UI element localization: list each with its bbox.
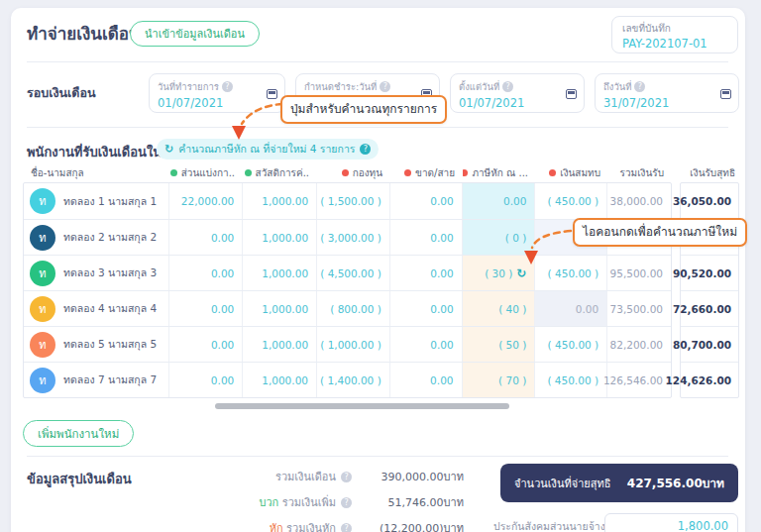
header-share: ส่วนแบ่งกา.. [168,165,243,180]
horizontal-scrollbar[interactable] [215,403,509,409]
payroll-page: ทำจ่ายเงินเดือน นำเข้าข้อมูลเงินเดือน เล… [0,0,761,532]
red-dot-icon [463,169,468,176]
cell-welfare: 1,000.00 [243,327,317,362]
cell-total-receive: 82,200.00 [607,327,671,362]
due-date-label: กำหนดชำระ:วันที่ [304,79,377,94]
cell-welfare: 1,000.00 [243,220,317,255]
add-employee-button[interactable]: เพิ่มพนักงานใหม่ [23,420,134,447]
green-dot-icon [245,169,252,176]
help-icon[interactable]: ? [341,472,352,482]
to-date-value[interactable]: 31/07/2021 [603,96,730,110]
header-fund: กองทุน [317,165,390,180]
refresh-icon: ↻ [164,143,173,156]
cell-welfare: 1,000.00 [243,363,317,397]
cell-name: ททดลอง 4 นามสกุล 4 [24,291,169,326]
recalculate-tax-icon[interactable]: ↻ [516,266,526,280]
cell-name: ททดลอง 2 นามสกุล 2 [24,220,169,255]
recalculate-tax-badge[interactable]: ↻ คำนวณภาษีหัก ณ ที่จ่ายใหม่ 4 รายการ ? [157,139,379,160]
to-date-field[interactable]: ถึงวันที่? 31/07/2021 [595,73,739,113]
cell-share: 0.00 [169,220,244,255]
cell-withholding-tax[interactable]: 0.00 [463,183,536,219]
employer-sso-input[interactable] [604,513,738,532]
summary-value: (12,200.00)บาท [357,519,464,532]
to-date-label: ถึงวันที่ [603,79,631,94]
import-payroll-button[interactable]: นำเข้าข้อมูลเงินเดือน [130,21,260,47]
cell-name: ททดลอง 3 นามสกุล 3 [24,256,169,290]
cell-contribution: ( 450.00 ) [535,256,607,290]
summary-label: หัก รวมเงินหัก [165,519,336,532]
net-payment-box: จำนวนเงินที่จ่ายสุทธิ 427,556.00บาท [500,464,738,502]
cell-withholding-tax[interactable]: ( 40 ) [463,291,536,326]
help-icon[interactable]: ? [502,81,513,92]
summary-row-additions: บวก รวมเงินเพิ่ม ? 51,746.00บาท [165,491,464,513]
table-body: ททดลอง 1 นามสกุล 1 22,000.00 1,000.00 ( … [23,182,672,398]
divider [27,456,728,457]
transaction-date-value[interactable]: 01/07/2021 [158,96,276,110]
cell-name: ททดลอง 5 นามสกุล 5 [24,327,169,362]
cell-fund: ( 4,500.00 ) [317,256,390,290]
cell-share: 0.00 [169,256,244,290]
annotation-calc-icon-callout: ไอคอนกดเพื่อคำนวณภาษีใหม่ [573,218,747,247]
table-row[interactable]: ททดลอง 7 นามสกุล 7 0.00 1,000.00 ( 1,400… [24,362,671,397]
divider [27,127,728,128]
payroll-table: ชื่อ-นามสกุล ส่วนแบ่งกา.. สวัสดิการค่.. … [23,162,672,398]
green-dot-icon [170,169,177,176]
cell-absent: 0.00 [390,256,463,290]
cell-net-pay: 72,660.00 [681,290,738,326]
cell-fund: ( 1,400.00 ) [317,363,390,397]
cell-name: ททดลอง 7 นามสกุล 7 [24,363,169,397]
header-welfare: สวัสดิการค่.. [243,165,317,180]
cell-share: 0.00 [169,327,244,362]
help-icon[interactable]: ? [222,81,233,92]
cell-net-pay: 36,050.00 [681,183,738,219]
table-row[interactable]: ททดลอง 4 นามสกุล 4 0.00 1,000.00 ( 800.0… [24,290,671,326]
help-icon[interactable]: ? [341,497,352,508]
table-row[interactable]: ททดลอง 1 นามสกุล 1 22,000.00 1,000.00 ( … [24,183,671,219]
help-icon[interactable]: ? [341,523,352,532]
pay-period-label: รอบเงินเดือน [27,83,96,103]
table-row[interactable]: ททดลอง 5 นามสกุล 5 0.00 1,000.00 ( 1,000… [24,326,671,362]
from-date-value[interactable]: 01/07/2021 [459,96,576,110]
cell-absent: 0.00 [390,327,463,362]
transaction-date-field[interactable]: วันที่ทำรายการ? 01/07/2021 [149,73,285,113]
net-pay-column: เงินรับสุทธิ 36,050.00 90,520.00 72,660.… [680,162,739,398]
summary-label: บวก รวมเงินเพิ่ม [165,493,336,511]
cell-fund: ( 800.00 ) [317,291,390,326]
cell-net-pay: 90,520.00 [681,255,738,290]
calendar-icon[interactable] [267,89,277,99]
from-date-field[interactable]: ตั้งแต่วันที่? 01/07/2021 [450,73,585,113]
help-icon[interactable]: ? [380,81,390,92]
cell-withholding-tax[interactable]: ( 0 ) [463,220,536,255]
cell-withholding-tax[interactable]: ( 50 ) [463,327,536,362]
header-total-receive: รวมเงินรับ [608,165,672,180]
cell-total-receive: 126,546.00 [607,363,671,397]
summary-section-title: ข้อมูลสรุปเงินเดือน [27,469,132,489]
cell-share: 22,000.00 [169,183,244,219]
divider [27,61,728,62]
cell-net-pay: 124,626.00 [681,362,738,397]
from-date-label: ตั้งแต่วันที่ [459,79,499,94]
cell-share: 0.00 [169,291,244,326]
help-icon[interactable]: ? [360,144,371,155]
cell-fund: ( 1,000.00 ) [317,327,390,362]
calendar-icon[interactable] [720,89,731,99]
header-contribution: เงินสมทบ [536,165,608,180]
cell-welfare: 1,000.00 [243,291,317,326]
cell-withholding-tax[interactable]: ( 70 ) [463,363,536,397]
net-payment-value: 427,556.00บาท [627,474,724,492]
avatar: ท [30,188,55,214]
cell-contribution: ( 450.00 ) [535,363,607,397]
table-row[interactable]: ททดลอง 3 นามสกุล 3 0.00 1,000.00 ( 4,500… [24,255,671,290]
summary-label: รวมเงินเดือน [165,468,336,485]
cell-fund: ( 1,500.00 ) [317,183,390,219]
help-icon[interactable]: ? [634,81,645,92]
cell-welfare: 1,000.00 [243,256,317,290]
summary-value: 390,000.00บาท [357,468,464,485]
header-withholding-tax: ภาษีหัก ณ ... [463,165,536,180]
cell-withholding-tax[interactable]: ( 30 )↻ [463,256,536,290]
summary-row-deductions: หัก รวมเงินหัก ? (12,200.00)บาท [165,517,464,532]
annotation-calc-all-callout: ปุ่มสำหรับคำนวณทุกรายการ [280,95,447,124]
cell-total-receive: 95,500.00 [607,256,671,290]
cell-total-receive: 73,500.00 [607,291,671,326]
calendar-icon[interactable] [566,89,577,99]
